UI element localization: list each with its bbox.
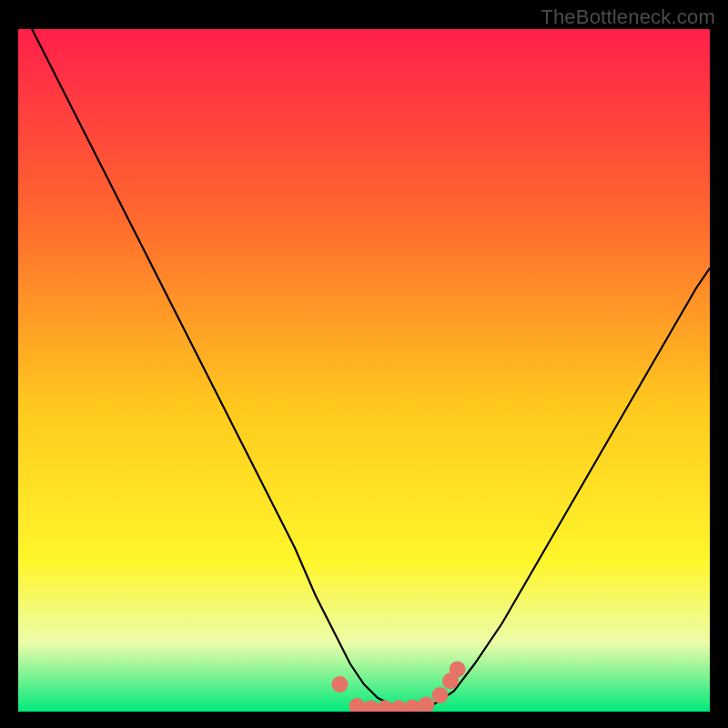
gradient-background bbox=[18, 29, 710, 712]
chart-svg bbox=[18, 29, 710, 712]
marker-rise-a bbox=[432, 687, 449, 703]
plot-area bbox=[18, 29, 710, 712]
marker-left-edge-dot bbox=[331, 676, 348, 693]
chart-frame: TheBottleneck.com bbox=[0, 0, 728, 728]
attribution-text: TheBottleneck.com bbox=[541, 5, 715, 29]
marker-rise-c bbox=[450, 662, 466, 678]
